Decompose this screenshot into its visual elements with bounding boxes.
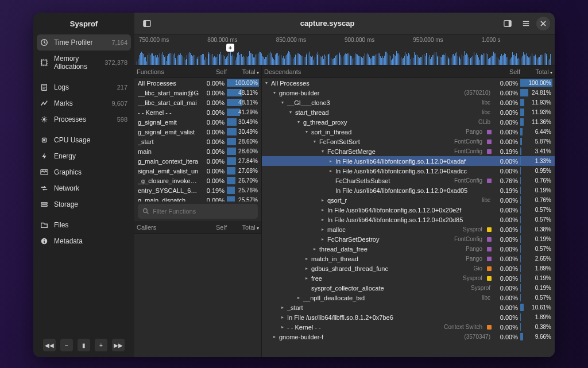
descendant-row[interactable]: ▸ qsort_r libc 0.00% 0.76% — [262, 195, 555, 205]
disclosure-triangle[interactable]: ▸ — [297, 295, 303, 300]
function-row[interactable]: main 0.00% 28.60% — [134, 146, 261, 156]
function-row[interactable]: g_main_context_itera 0.00% 27.84% — [134, 156, 261, 166]
descendant-row[interactable]: In File /usr/lib64/libfontconfig.so.1.12… — [262, 185, 555, 195]
descendant-row[interactable]: ▾ All Processes 0.00% 100.00% — [262, 78, 555, 88]
callers-header-self[interactable]: Self — [199, 224, 227, 231]
descendant-row[interactable]: ▸ thread_data_free Pango 0.00% 0.57% — [262, 244, 555, 254]
rewind-button[interactable]: ◀◀ — [43, 339, 56, 351]
close-button[interactable] — [536, 17, 550, 30]
functions-header-name[interactable]: Functions — [137, 68, 199, 75]
sidebar-item-graphics[interactable]: Graphics — [33, 164, 134, 180]
sidebar-item-cpu-usage[interactable]: CPU Usage — [33, 132, 134, 148]
descendant-row[interactable]: ▾ FcFontSetSort FontConfig 0.00% 5.87% — [262, 137, 555, 146]
disclosure-triangle[interactable]: ▸ — [322, 197, 327, 203]
functions-header-self[interactable]: Self — [199, 68, 227, 75]
callers-header-name[interactable]: Callers — [137, 224, 199, 231]
function-row[interactable]: g_main_dispatch 0.00% 25.57% — [134, 195, 261, 202]
descendant-row[interactable]: ▾ start_thread libc 0.00% 11.93% — [262, 107, 555, 117]
disclosure-triangle[interactable]: ▸ — [330, 168, 335, 173]
toggle-right-panel-button[interactable] — [500, 16, 516, 32]
functions-list[interactable]: All Processes 0.00% 100.00%__libc_start_… — [134, 78, 261, 202]
callers-list[interactable] — [134, 234, 261, 357]
function-row[interactable]: entry_SYSCALL_64_a 0.19% 25.76% — [134, 185, 261, 195]
callers-header-total[interactable]: Total — [227, 224, 259, 231]
function-row[interactable]: _g_closure_invoke_va 0.00% 26.70% — [134, 176, 261, 185]
disclosure-triangle[interactable]: ▾ — [322, 149, 327, 154]
sidebar-item-marks[interactable]: Marks 9,607 — [33, 95, 134, 111]
disclosure-triangle[interactable]: ▸ — [281, 324, 287, 330]
descendant-row[interactable]: ▸ - - Kernel - - Context Switch 0.00% 0.… — [262, 322, 555, 332]
disclosure-triangle[interactable]: ▾ — [314, 139, 319, 144]
function-row[interactable]: g_signal_emit_valist 0.00% 30.49% — [134, 127, 261, 137]
function-row[interactable]: __libc_start_main@G 0.00% 48.11% — [134, 88, 261, 98]
disclosure-triangle[interactable]: ▾ — [273, 90, 279, 95]
disclosure-triangle[interactable]: ▾ — [289, 110, 295, 115]
disclosure-triangle[interactable]: ▸ — [330, 158, 335, 164]
disclosure-triangle[interactable]: ▸ — [305, 266, 311, 271]
disclosure-triangle[interactable]: ▸ — [322, 217, 327, 222]
descendant-row[interactable]: ▸ In File /usr/lib64/libffi.so.8.1.2+0x7… — [262, 312, 555, 322]
sidebar-item-files[interactable]: Files — [33, 217, 134, 233]
sidebar-item-energy[interactable]: Energy — [33, 148, 134, 164]
disclosure-triangle[interactable]: ▾ — [305, 129, 311, 134]
zoom-out-button[interactable]: − — [60, 339, 73, 351]
descendant-row[interactable]: ▾ __GI___clone3 libc 0.00% 11.93% — [262, 98, 555, 107]
descendant-row[interactable]: ▾ g_thread_proxy GLib 0.00% 11.36% — [262, 117, 555, 127]
descendants-header-name[interactable]: Descendants — [264, 68, 493, 75]
filter-functions-box[interactable] — [138, 204, 258, 219]
function-row[interactable]: _start 0.00% 28.60% — [134, 137, 261, 146]
sidebar-item-memory-allocations[interactable]: Memory Allocations 372,378 — [33, 51, 134, 75]
descendant-row[interactable]: ▸ match_in_thread Pango 0.00% 2.65% — [262, 254, 555, 264]
descendant-row[interactable]: ▸ In File /usr/lib64/libfontconfig.so.1.… — [262, 215, 555, 224]
descendant-row[interactable]: ▸ free Sysprof 0.00% 0.19% — [262, 273, 555, 283]
disclosure-triangle[interactable]: ▸ — [305, 256, 311, 261]
descendants-header-self[interactable]: Self — [493, 68, 520, 75]
sidebar-item-time-profiler[interactable]: Time Profiler 7,164 — [37, 34, 131, 51]
disclosure-triangle[interactable]: ▾ — [281, 100, 287, 105]
sidebar-item-logs[interactable]: Logs 217 — [33, 79, 134, 95]
disclosure-triangle[interactable]: ▸ — [322, 237, 327, 242]
timeline[interactable]: 750.000 ms800.000 ms850.000 ms900.000 ms… — [134, 34, 555, 65]
descendant-row[interactable]: ▸ gnome-builder-f (3570347) 0.00% 9.66% — [262, 332, 555, 342]
functions-header-total[interactable]: Total — [227, 68, 259, 75]
descendant-row[interactable]: ▸ gdbus_shared_thread_func Gio 0.00% 1.8… — [262, 264, 555, 273]
descendant-row[interactable]: ▸ FcCharSetDestroy FontConfig 0.00% 0.19… — [262, 234, 555, 244]
descendant-row[interactable]: ▾ FcCharSetMerge FontConfig 0.19% 3.41% — [262, 146, 555, 156]
sidebar-item-metadata[interactable]: Metadata — [33, 233, 134, 249]
sidebar-item-network[interactable]: Network — [33, 180, 134, 196]
disclosure-triangle[interactable]: ▾ — [265, 80, 271, 86]
menu-button[interactable] — [518, 16, 534, 32]
disclosure-triangle[interactable]: ▸ — [273, 334, 279, 339]
sidebar-item-storage[interactable]: Storage — [33, 196, 134, 212]
function-row[interactable]: - - Kernel - - 0.00% 41.29% — [134, 107, 261, 117]
disclosure-triangle[interactable]: ▸ — [314, 246, 319, 251]
descendant-row[interactable]: ▸ In File /usr/lib64/libfontconfig.so.1.… — [262, 205, 555, 215]
filter-functions-input[interactable] — [153, 208, 253, 215]
function-row[interactable]: g_signal_emit 0.00% 30.49% — [134, 117, 261, 127]
disclosure-triangle[interactable]: ▾ — [297, 119, 303, 125]
descendant-row[interactable]: ▸ In File /usr/lib64/libfontconfig.so.1.… — [262, 156, 555, 166]
descendants-list[interactable]: ▾ All Processes 0.00% 100.00% ▾ gnome-bu… — [262, 78, 555, 357]
function-row[interactable]: signal_emit_valist_un 0.00% 27.08% — [134, 166, 261, 176]
descendant-row[interactable]: ▾ sort_in_thread Pango 0.00% 6.44% — [262, 127, 555, 137]
toggle-left-panel-button[interactable] — [139, 16, 155, 32]
timeline-marker[interactable]: + — [226, 44, 234, 52]
sidebar-item-processes[interactable]: Processes 598 — [33, 111, 134, 127]
zoom-reset-button[interactable]: ▮ — [78, 339, 90, 351]
descendant-row[interactable]: ▾ gnome-builder (3570210) 0.00% 24.81% — [262, 88, 555, 98]
descendant-row[interactable]: FcCharSetIsSubset FontConfig 0.76% 0.76% — [262, 176, 555, 185]
disclosure-triangle[interactable]: ▸ — [322, 227, 327, 232]
forward-button[interactable]: ▶▶ — [112, 339, 125, 351]
disclosure-triangle[interactable]: ▸ — [281, 315, 287, 320]
disclosure-triangle[interactable]: ▸ — [322, 207, 327, 212]
function-row[interactable]: All Processes 0.00% 100.00% — [134, 78, 261, 88]
zoom-in-button[interactable]: + — [95, 339, 107, 351]
descendants-header-total[interactable]: Total — [520, 68, 552, 75]
disclosure-triangle[interactable]: ▸ — [281, 305, 287, 310]
function-row[interactable]: __libc_start_call_mai 0.00% 48.11% — [134, 98, 261, 107]
disclosure-triangle[interactable]: ▸ — [305, 276, 311, 281]
descendant-row[interactable]: ▸ malloc Sysprof 0.00% 0.38% — [262, 224, 555, 234]
descendant-row[interactable]: ▸ _start 0.00% 10.61% — [262, 303, 555, 312]
descendant-row[interactable]: ▸ In File /usr/lib64/libfontconfig.so.1.… — [262, 166, 555, 176]
descendant-row[interactable]: sysprof_collector_allocate Sysprof 0.00%… — [262, 283, 555, 293]
